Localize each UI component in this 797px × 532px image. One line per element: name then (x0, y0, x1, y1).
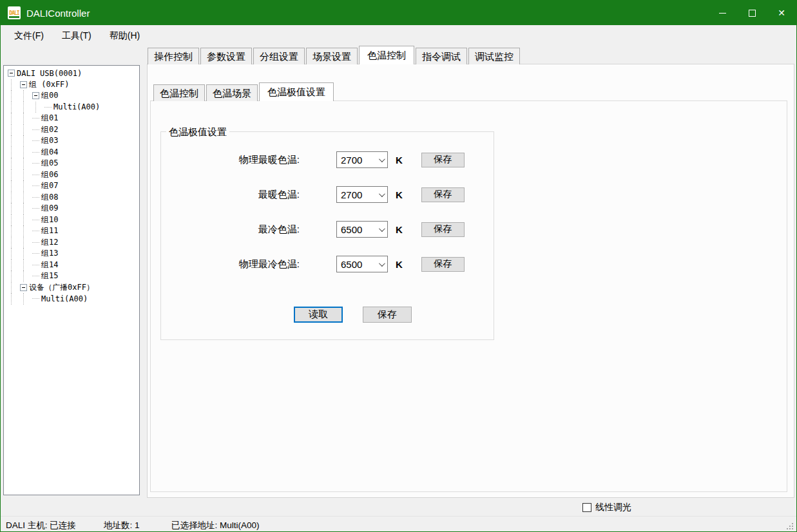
resize-grip-icon[interactable] (792, 528, 793, 529)
minimize-button[interactable] (707, 1, 737, 25)
tree-leaf-dash (32, 265, 39, 265)
tree-node[interactable]: Multi(A00) (4, 293, 139, 305)
linear-dimming-checkbox[interactable] (582, 503, 591, 512)
field-label: 最冷色温: (161, 223, 300, 236)
tree-node[interactable]: DALI USB(0001) (4, 68, 139, 79)
tree-guide (20, 225, 32, 237)
main-tab[interactable]: 场景设置 (306, 48, 358, 64)
row-save-button[interactable]: 保存 (421, 257, 465, 272)
tree-node[interactable]: 组04 (4, 147, 139, 158)
tree-node[interactable]: 组03 (4, 135, 139, 147)
tree-guide (8, 237, 20, 249)
app-window: DALI DALIController ✕ 文件(F)工具(T)帮助(H) DA… (0, 0, 797, 532)
tree-node[interactable]: 组02 (4, 124, 139, 136)
collapse-expander-icon[interactable] (32, 92, 39, 99)
tree-guide (20, 90, 32, 102)
tree-guide (20, 248, 32, 260)
cct-combobox[interactable]: 2700 (336, 151, 388, 168)
tree-leaf-dash (32, 231, 39, 231)
tree-node-label: 组10 (41, 214, 58, 225)
combobox-value: 2700 (337, 189, 374, 200)
tree-leaf-dash (32, 175, 39, 175)
sub-tab[interactable]: 色温控制 (153, 84, 205, 101)
tree-node[interactable]: 组05 (4, 158, 139, 169)
close-button[interactable]: ✕ (767, 1, 796, 25)
tree-node-label: 组09 (41, 203, 58, 214)
tree-node-label: 设备（广播0xFF） (29, 282, 94, 293)
tree-node[interactable]: 组12 (4, 237, 139, 249)
menubar: 文件(F)工具(T)帮助(H) (1, 25, 796, 46)
menu-item[interactable]: 帮助(H) (101, 26, 149, 46)
tree-guide (8, 169, 20, 181)
close-icon: ✕ (778, 8, 785, 17)
tree-node-label: 组13 (41, 248, 58, 259)
tree-guide (20, 147, 32, 158)
cct-combobox[interactable]: 6500 (336, 221, 388, 238)
tree-node-label: 组12 (41, 237, 58, 248)
row-save-button[interactable]: 保存 (421, 187, 465, 202)
tree-node-label: 组02 (41, 124, 58, 135)
tree-guide (32, 102, 44, 113)
field-label: 物理最暖色温: (161, 154, 300, 166)
cct-row: 物理最冷色温:6500K保存 (161, 256, 494, 272)
tree-guide (8, 90, 20, 102)
tree-node[interactable]: 组01 (4, 113, 139, 124)
chevron-down-icon (374, 187, 387, 202)
tree-guide (8, 147, 20, 158)
tree-node[interactable]: 组11 (4, 225, 139, 237)
tree-node[interactable]: 组14 (4, 260, 139, 271)
main-tab[interactable]: 操作控制 (148, 48, 199, 64)
tree-node[interactable]: 组15 (4, 271, 139, 282)
collapse-expander-icon[interactable] (20, 284, 27, 291)
tree-guide (20, 203, 32, 214)
tree-guide (20, 192, 32, 204)
cct-row: 最冷色温:6500K保存 (161, 221, 494, 238)
main-tab[interactable]: 色温控制 (359, 46, 414, 64)
titlebar: DALI DALIController ✕ (1, 1, 796, 25)
sub-tab[interactable]: 色温场景 (206, 84, 258, 101)
combobox-value: 6500 (337, 259, 374, 270)
menu-item[interactable]: 文件(F) (5, 26, 53, 46)
read-button[interactable]: 读取 (294, 307, 343, 323)
cct-combobox[interactable]: 6500 (336, 256, 388, 272)
tree-node-label: Multi(A00) (53, 102, 100, 111)
combobox-value: 6500 (337, 224, 374, 235)
device-tree[interactable]: DALI USB(0001)组 (0xFF)组00Multi(A00)组01组0… (3, 65, 140, 495)
sub-tab[interactable]: 色温极值设置 (259, 82, 334, 101)
cct-combobox[interactable]: 2700 (336, 186, 388, 203)
main-tab[interactable]: 调试监控 (468, 48, 520, 64)
tree-node-label: DALI USB(0001) (17, 69, 82, 78)
window-title: DALIController (26, 8, 90, 19)
tree-node-label: 组01 (41, 113, 58, 124)
tree-node[interactable]: 设备（广播0xFF） (4, 282, 139, 294)
unit-label: K (396, 224, 403, 235)
status-host: DALI 主机: 已连接 (6, 520, 76, 531)
menu-item[interactable]: 工具(T) (53, 26, 101, 46)
tree-node[interactable]: 组 (0xFF) (4, 79, 139, 91)
tree-node[interactable]: 组10 (4, 214, 139, 226)
tree-node[interactable]: 组00 (4, 90, 139, 102)
tree-guide (8, 135, 20, 147)
tree-leaf-dash (32, 152, 39, 153)
tree-node[interactable]: Multi(A00) (4, 102, 139, 113)
tree-node[interactable]: 组06 (4, 169, 139, 181)
tree-node[interactable]: 组13 (4, 248, 139, 260)
collapse-expander-icon[interactable] (20, 81, 27, 88)
tree-leaf-dash (32, 163, 39, 164)
maximize-button[interactable] (737, 1, 767, 25)
tree-node[interactable]: 组07 (4, 180, 139, 192)
save-all-button[interactable]: 保存 (363, 307, 412, 323)
main-tab[interactable]: 参数设置 (200, 48, 252, 64)
main-tab[interactable]: 指令调试 (416, 48, 467, 64)
chevron-glyph (378, 225, 385, 232)
row-save-button[interactable]: 保存 (421, 222, 465, 237)
tree-guide (20, 180, 32, 192)
tree-leaf-dash (32, 220, 39, 220)
row-save-button[interactable]: 保存 (421, 153, 465, 167)
tree-leaf-dash (32, 253, 39, 254)
tree-leaf-dash (32, 118, 39, 119)
main-tab[interactable]: 分组设置 (253, 48, 305, 64)
tree-node[interactable]: 组09 (4, 203, 139, 214)
collapse-expander-icon[interactable] (8, 70, 15, 77)
tree-node[interactable]: 组08 (4, 192, 139, 204)
